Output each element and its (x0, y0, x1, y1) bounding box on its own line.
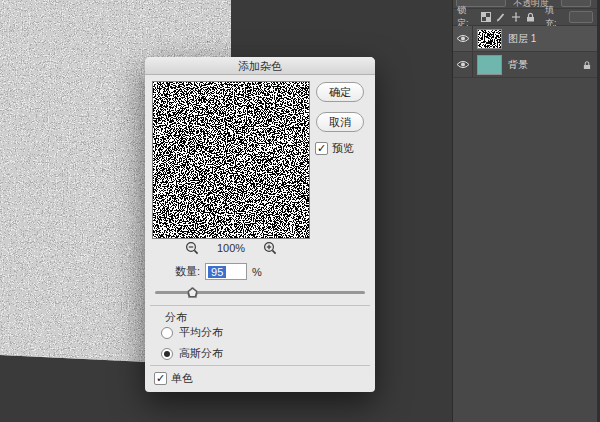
monochromatic-checkbox[interactable]: ✓ 单色 (154, 371, 193, 386)
noise-preview-area[interactable] (152, 81, 310, 239)
monochromatic-label: 单色 (171, 371, 193, 386)
slider-thumb[interactable] (187, 287, 198, 298)
opacity-value-dropdown[interactable] (561, 0, 591, 7)
checkbox-check-icon: ✓ (315, 142, 328, 155)
radio-uniform-distribution[interactable]: 平均分布 (161, 325, 223, 340)
add-noise-dialog: 添加杂色 确定 取消 ✓ 预览 100% (145, 57, 375, 392)
amount-value-selected: 95 (208, 266, 226, 278)
preview-checkbox[interactable]: ✓ 预览 (315, 141, 354, 156)
layer-thumbnail-noise[interactable] (477, 29, 502, 49)
layer-row-layer1[interactable]: 图层 1 (453, 26, 597, 52)
layer-lock-icon (583, 60, 591, 70)
checkbox-check-icon: ✓ (154, 372, 167, 385)
ok-button[interactable]: 确定 (316, 82, 364, 102)
zoom-in-icon[interactable] (263, 241, 277, 255)
lock-image-pixels-icon[interactable] (496, 12, 506, 22)
lock-position-icon[interactable] (511, 12, 521, 22)
radio-icon (161, 327, 173, 339)
amount-row: 数量: 95 % (175, 263, 262, 280)
layer-name[interactable]: 背景 (508, 58, 583, 72)
preview-noise-texture (153, 82, 309, 238)
slider-track[interactable] (155, 291, 365, 294)
thumbnail-noise-texture (478, 30, 501, 48)
fill-value-dropdown[interactable] (569, 11, 593, 23)
lock-all-icon[interactable] (526, 12, 535, 22)
radio-selected-icon (161, 348, 173, 360)
radio-uniform-label: 平均分布 (179, 325, 223, 340)
radio-gaussian-distribution[interactable]: 高斯分布 (161, 346, 223, 361)
preview-checkbox-label: 预览 (332, 141, 354, 156)
amount-label: 数量: (175, 264, 200, 279)
layer-name[interactable]: 图层 1 (508, 32, 597, 46)
amount-slider[interactable] (155, 286, 365, 298)
amount-unit: % (252, 266, 262, 278)
layer-thumbnail-solid[interactable] (477, 55, 502, 75)
dialog-titlebar[interactable]: 添加杂色 (145, 57, 375, 75)
visibility-eye-icon[interactable] (453, 26, 473, 51)
lock-row: 锁定: (453, 9, 597, 26)
lock-transparent-pixels-icon[interactable] (481, 12, 491, 22)
zoom-controls: 100% (152, 241, 310, 255)
radio-gaussian-label: 高斯分布 (179, 346, 223, 361)
zoom-level: 100% (217, 242, 245, 254)
distribution-label: 分布 (165, 310, 187, 325)
cancel-button[interactable]: 取消 (316, 112, 364, 132)
zoom-out-icon[interactable] (185, 241, 199, 255)
opacity-label: 不透明度 (513, 0, 549, 9)
layer-row-background[interactable]: 背景 (453, 52, 597, 78)
divider (150, 305, 370, 306)
layers-panel: 不透明度 锁定: (452, 0, 600, 422)
visibility-eye-icon[interactable] (453, 52, 473, 77)
photoshop-workspace: 添加杂色 确定 取消 ✓ 预览 100% (0, 0, 600, 422)
amount-input[interactable]: 95 (205, 263, 247, 280)
divider (150, 365, 370, 366)
